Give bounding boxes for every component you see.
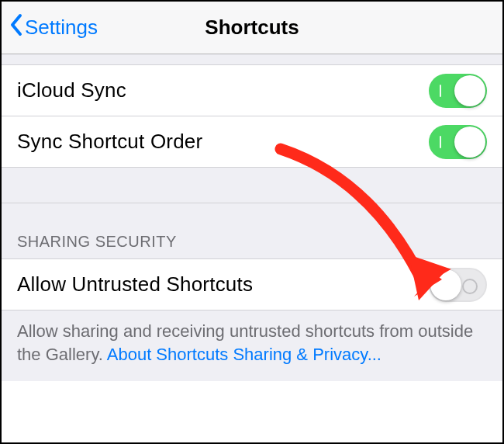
icloud-sync-row: iCloud Sync bbox=[2, 65, 502, 116]
icloud-sync-toggle[interactable] bbox=[429, 74, 487, 108]
toggle-knob bbox=[454, 127, 485, 158]
about-sharing-privacy-link[interactable]: About Shortcuts Sharing & Privacy... bbox=[107, 345, 381, 364]
sharing-footer: Allow sharing and receiving untrusted sh… bbox=[2, 310, 502, 381]
allow-untrusted-toggle[interactable] bbox=[429, 268, 487, 302]
sharing-security-header: SHARING SECURITY bbox=[2, 203, 502, 259]
section-gap-mid bbox=[2, 168, 502, 203]
allow-untrusted-label: Allow Untrusted Shortcuts bbox=[17, 272, 253, 297]
icloud-sync-label: iCloud Sync bbox=[17, 78, 126, 102]
back-label: Settings bbox=[25, 16, 98, 40]
navbar: Settings Shortcuts bbox=[2, 2, 502, 54]
sync-order-label: Sync Shortcut Order bbox=[17, 130, 202, 154]
sync-order-toggle[interactable] bbox=[429, 125, 487, 159]
chevron-left-icon bbox=[9, 13, 23, 42]
toggle-knob bbox=[430, 269, 461, 300]
section-gap-top bbox=[2, 54, 502, 65]
back-button[interactable]: Settings bbox=[9, 2, 98, 54]
allow-untrusted-row: Allow Untrusted Shortcuts bbox=[2, 259, 502, 310]
toggle-knob bbox=[454, 75, 485, 106]
sync-order-row: Sync Shortcut Order bbox=[2, 116, 502, 168]
